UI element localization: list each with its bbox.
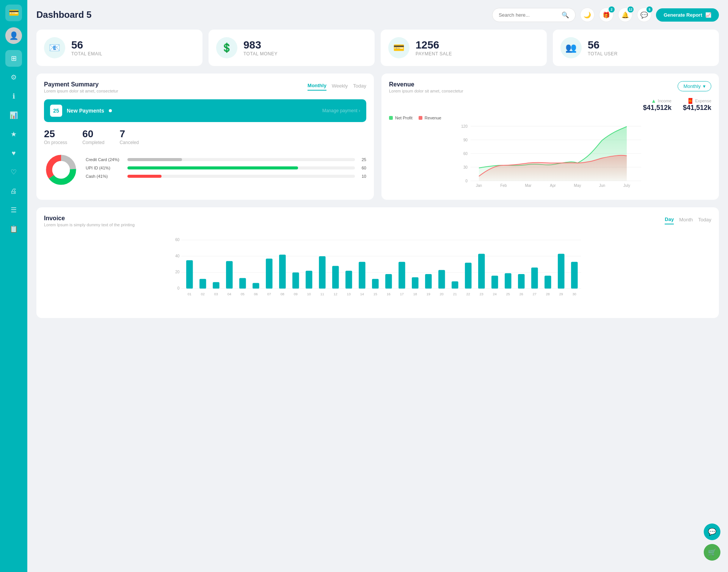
revenue-monthly-dropdown[interactable]: Monthly ▾ bbox=[678, 81, 711, 91]
svg-point-4 bbox=[53, 161, 69, 178]
invoice-x-label-29: 30 bbox=[573, 292, 576, 296]
stat-card-2: 💳 1256 PAYMENT SALE bbox=[381, 30, 547, 66]
invoice-x-label-18: 19 bbox=[427, 292, 430, 296]
tab-month[interactable]: Month bbox=[679, 215, 693, 224]
gift-button[interactable]: 🎁 2 bbox=[599, 8, 613, 22]
sidebar-item-info[interactable]: ℹ bbox=[5, 88, 22, 105]
theme-toggle-button[interactable]: 🌙 bbox=[580, 8, 595, 22]
float-buttons: 💬 🛒 bbox=[704, 523, 720, 561]
avatar[interactable]: 👤 bbox=[5, 27, 22, 44]
revenue-area bbox=[479, 155, 627, 181]
notifications-button[interactable]: 🔔 12 bbox=[618, 8, 632, 22]
stat-label-0: TOTAL EMAIL bbox=[71, 51, 102, 56]
svg-text:Jun: Jun bbox=[599, 183, 605, 188]
expense-stat: 🧧 Expense $41,512k bbox=[683, 98, 711, 112]
middle-row: Payment Summary Lorem ipsum dolor sit am… bbox=[36, 74, 719, 200]
legend-revenue: Revenue bbox=[419, 116, 441, 120]
upi-bar-bg bbox=[127, 166, 355, 169]
canceled-number: 7 bbox=[119, 128, 139, 140]
on-process-number: 25 bbox=[44, 128, 67, 140]
search-icon: 🔍 bbox=[562, 11, 569, 19]
creditcard-bar-bg bbox=[127, 158, 355, 161]
creditcard-bar-fill bbox=[127, 158, 182, 161]
stat-label-1: TOTAL MONEY bbox=[243, 51, 278, 56]
invoice-x-label-5: 06 bbox=[254, 292, 258, 296]
invoice-bar-8 bbox=[292, 273, 299, 289]
sidebar-item-analytics[interactable]: 📊 bbox=[5, 107, 22, 124]
stat-number-3: 56 bbox=[588, 39, 618, 51]
invoice-bar-24 bbox=[505, 273, 511, 289]
invoice-bar-28 bbox=[558, 254, 565, 289]
avatar-icon: 👤 bbox=[9, 31, 19, 40]
sidebar-item-print[interactable]: 🖨 bbox=[5, 183, 22, 199]
manage-payment-link[interactable]: Manage payment › bbox=[322, 108, 360, 113]
svg-text:60: 60 bbox=[175, 238, 180, 242]
income-value: $41,512k bbox=[643, 104, 672, 112]
tab-day[interactable]: Day bbox=[665, 215, 674, 224]
svg-text:90: 90 bbox=[463, 138, 468, 142]
invoice-bar-15 bbox=[385, 274, 392, 288]
stat-info-2: 1256 PAYMENT SALE bbox=[416, 39, 452, 56]
invoice-bar-12 bbox=[345, 271, 352, 288]
invoice-x-label-1: 02 bbox=[201, 292, 205, 296]
tab-monthly[interactable]: Monthly bbox=[308, 81, 326, 91]
bell-icon: 🔔 bbox=[621, 11, 629, 19]
stat-cards: 📧 56 TOTAL EMAIL 💲 983 TOTAL MONEY 💳 125… bbox=[36, 30, 719, 66]
svg-text:May: May bbox=[574, 183, 581, 188]
search-input[interactable] bbox=[499, 12, 559, 18]
sidebar-item-settings[interactable]: ⚙ bbox=[5, 69, 22, 86]
stat-label-2: PAYMENT SALE bbox=[416, 51, 452, 56]
generate-report-button[interactable]: Generate Report 📈 bbox=[656, 8, 719, 22]
notifications-badge: 12 bbox=[628, 6, 634, 13]
invoice-subtitle: Lorem Ipsum is simply dummy text of the … bbox=[44, 223, 135, 227]
revenue-stats: ▲ Income $41,512k 🧧 Expense $41,512k bbox=[389, 98, 711, 112]
invoice-bar-19 bbox=[438, 270, 445, 288]
sidebar-logo[interactable]: 💳 bbox=[5, 5, 22, 21]
sidebar-item-list[interactable]: ☰ bbox=[5, 202, 22, 218]
header: Dashboard 5 🔍 🌙 🎁 2 🔔 12 💬 5 Gen bbox=[36, 8, 719, 22]
sidebar-item-dashboard[interactable]: ⊞ bbox=[5, 50, 22, 67]
heart-outline-icon: ♡ bbox=[11, 168, 17, 176]
tab-weekly[interactable]: Weekly bbox=[332, 81, 348, 91]
invoice-bar-20 bbox=[452, 281, 458, 288]
revenue-label: Revenue bbox=[425, 116, 441, 120]
gift-badge: 2 bbox=[609, 6, 615, 13]
new-payments-count: 25 bbox=[50, 105, 62, 117]
invoice-bar-23 bbox=[491, 276, 498, 288]
messages-button[interactable]: 💬 5 bbox=[637, 8, 651, 22]
revenue-header: Revenue Lorem ipsum dolor sit amet, cons… bbox=[389, 81, 711, 93]
sidebar-item-star[interactable]: ★ bbox=[5, 126, 22, 143]
tab-today[interactable]: Today bbox=[353, 81, 366, 91]
svg-text:Mar: Mar bbox=[525, 183, 532, 188]
sidebar-item-docs[interactable]: 📋 bbox=[5, 221, 22, 237]
invoice-x-label-0: 01 bbox=[188, 292, 191, 296]
new-payments-bar: 25 New Payments Manage payment › bbox=[44, 99, 366, 122]
invoice-bar-9 bbox=[306, 271, 312, 288]
revenue-dot bbox=[419, 116, 422, 120]
stat-icon-0: 📧 bbox=[44, 37, 65, 58]
sidebar-item-heart2[interactable]: ♡ bbox=[5, 164, 22, 180]
chat-support-button[interactable]: 💬 bbox=[704, 523, 720, 540]
stat-card-3: 👥 56 TOTAL USER bbox=[553, 30, 719, 66]
revenue-chart: 120 90 60 30 0 Jan Feb Mar Apr May Jun J… bbox=[389, 122, 711, 192]
invoice-x-label-26: 27 bbox=[533, 292, 537, 296]
cash-val: 10 bbox=[359, 174, 366, 179]
search-box[interactable]: 🔍 bbox=[492, 8, 576, 22]
heart-icon: ♥ bbox=[12, 149, 16, 157]
cart-button[interactable]: 🛒 bbox=[704, 544, 720, 561]
progress-row-cash: Cash (41%) 10 bbox=[86, 174, 366, 179]
tab-today[interactable]: Today bbox=[698, 215, 711, 224]
svg-text:0: 0 bbox=[177, 286, 180, 290]
invoice-bar-2 bbox=[213, 282, 220, 288]
invoice-x-label-21: 22 bbox=[466, 292, 470, 296]
upi-val: 60 bbox=[359, 166, 366, 170]
invoice-x-label-17: 18 bbox=[413, 292, 417, 296]
invoice-x-label-8: 09 bbox=[294, 292, 298, 296]
new-payments-left: 25 New Payments bbox=[50, 105, 112, 117]
sidebar-item-heart[interactable]: ♥ bbox=[5, 145, 22, 161]
invoice-bar-26 bbox=[531, 268, 538, 289]
svg-text:20: 20 bbox=[175, 270, 180, 274]
svg-text:120: 120 bbox=[461, 124, 468, 129]
invoice-x-label-20: 21 bbox=[453, 292, 457, 296]
completed-number: 60 bbox=[82, 128, 104, 140]
